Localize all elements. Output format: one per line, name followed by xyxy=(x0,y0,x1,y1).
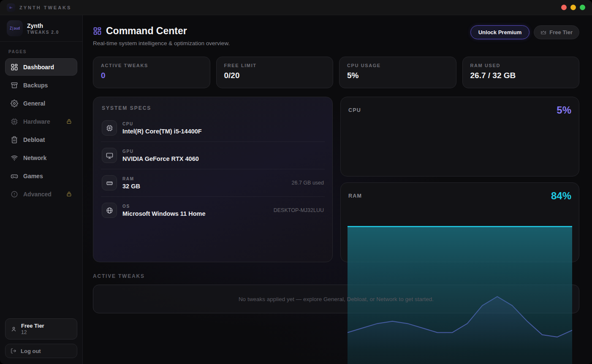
sidebar-item-label: General xyxy=(23,100,45,107)
lock-icon xyxy=(66,191,72,197)
app-logo-icon: ≡- xyxy=(7,3,15,12)
sidebar-item-label: Hardware xyxy=(23,118,50,125)
stat-label: CPU USAGE xyxy=(347,63,448,68)
account-card[interactable]: Free Tier 12 xyxy=(5,318,77,340)
sidebar-item-general[interactable]: General xyxy=(5,95,77,112)
stat-label: RAM USED xyxy=(470,63,572,68)
titlebar: ≡- ZYNTH TWEAKS xyxy=(0,0,592,15)
command-center-icon xyxy=(93,27,102,35)
main-content: Command Center Real-time system intellig… xyxy=(83,15,592,364)
spec-row-ram: RAM 32 GB 26.7 GB used xyxy=(101,169,325,197)
page-title: Command Center xyxy=(106,25,187,37)
sidebar-item-label: Games xyxy=(23,173,43,179)
sidebar-item-network[interactable]: Network xyxy=(5,149,77,166)
stat-label: FREE LIMIT xyxy=(224,63,326,68)
spec-row-cpu: CPU Intel(R) Core(TM) i5-14400F xyxy=(101,114,325,142)
sidebar-item-backups[interactable]: Backups xyxy=(5,76,77,94)
sidebar-section-label: PAGES xyxy=(8,49,74,54)
spec-value: 32 GB xyxy=(122,183,140,190)
spec-row-gpu: GPU NVIDIA GeForce RTX 4060 xyxy=(101,142,325,169)
sidebar-item-label: Network xyxy=(23,155,46,161)
brand-name: Zynth xyxy=(27,22,59,29)
account-tier-label: Free Tier xyxy=(21,323,44,329)
brand-logo-icon: Z|aud xyxy=(7,20,23,36)
lock-icon xyxy=(66,119,72,124)
app-window: ≡- ZYNTH TWEAKS Z|aud Zynth TWEAKS 2.0 P… xyxy=(0,0,592,364)
grid-icon xyxy=(11,63,18,71)
page-header: Command Center Real-time system intellig… xyxy=(93,25,579,46)
spec-value: Microsoft Windows 11 Home xyxy=(122,210,205,217)
sidebar-item-label: Backups xyxy=(23,82,48,89)
spec-label: RAM xyxy=(122,177,140,181)
sidebar-item-label: Advanced xyxy=(23,191,52,198)
close-window-button[interactable] xyxy=(561,5,567,10)
gamepad-icon xyxy=(11,172,18,180)
brand-version: TWEAKS 2.0 xyxy=(27,30,59,35)
sidebar-item-games[interactable]: Games xyxy=(5,167,77,185)
chip-icon xyxy=(11,118,18,125)
spec-label: CPU xyxy=(122,122,202,126)
crown-icon xyxy=(540,30,546,35)
logout-icon xyxy=(11,348,16,354)
monitor-icon xyxy=(102,148,117,163)
sidebar: Z|aud Zynth TWEAKS 2.0 PAGES Dashboard xyxy=(0,15,83,364)
page-subtitle: Real-time system intelligence & optimiza… xyxy=(93,40,230,46)
active-tweaks-empty-message: No tweaks applied yet — explore General,… xyxy=(239,296,434,302)
account-count: 12 xyxy=(21,329,44,335)
ram-history-chart xyxy=(348,212,572,364)
gear-icon xyxy=(11,100,18,107)
ram-panel-label: RAM xyxy=(348,193,362,199)
memory-icon xyxy=(102,175,117,190)
archive-icon xyxy=(11,81,18,89)
stat-card-cpu-usage: CPU USAGE 5% xyxy=(339,57,456,88)
logout-button[interactable]: Log out xyxy=(5,344,77,358)
sidebar-nav: Dashboard Backups General xyxy=(5,58,77,203)
alert-icon xyxy=(11,190,18,198)
spec-label: GPU xyxy=(122,149,199,154)
cpu-panel: CPU 5% xyxy=(340,97,579,177)
sidebar-item-dashboard[interactable]: Dashboard xyxy=(5,58,77,76)
system-specs-panel: SYSTEM SPECS CPU Intel(R) Core(TM) i5-14… xyxy=(93,97,333,262)
sidebar-item-debloat[interactable]: Debloat xyxy=(5,131,77,148)
wifi-icon xyxy=(11,154,18,162)
brand-header: Z|aud Zynth TWEAKS 2.0 xyxy=(0,15,82,42)
spec-value: NVIDIA GeForce RTX 4060 xyxy=(122,155,199,162)
minimize-window-button[interactable] xyxy=(570,5,576,10)
titlebar-app-name: ZYNTH TWEAKS xyxy=(19,5,71,10)
trash-icon xyxy=(11,136,18,144)
stat-card-ram-used: RAM USED 26.7 / 32 GB xyxy=(462,57,580,88)
stat-value: 26.7 / 32 GB xyxy=(470,71,572,80)
logout-label: Log out xyxy=(21,348,41,354)
stat-value: 5% xyxy=(347,71,448,80)
sidebar-item-label: Debloat xyxy=(23,136,45,143)
ram-panel: RAM 84% xyxy=(340,182,579,262)
system-specs-title: SYSTEM SPECS xyxy=(101,105,325,111)
free-tier-button[interactable]: Free Tier xyxy=(534,25,579,39)
spec-row-os: OS Microsoft Windows 11 Home DESKTOP-MJ3… xyxy=(101,197,325,224)
cpu-percent-value: 5% xyxy=(557,104,571,116)
chip-icon xyxy=(102,120,117,136)
globe-icon xyxy=(102,203,117,218)
spec-meta: 26.7 GB used xyxy=(292,180,324,186)
cpu-panel-label: CPU xyxy=(348,107,361,113)
sidebar-item-label: Dashboard xyxy=(23,64,54,71)
stat-card-active-tweaks: ACTIVE TWEAKS 0 xyxy=(93,57,210,88)
user-icon xyxy=(11,326,17,332)
stat-card-free-limit: FREE LIMIT 0/20 xyxy=(216,57,334,88)
spec-value: Intel(R) Core(TM) i5-14400F xyxy=(122,128,202,135)
sidebar-item-advanced[interactable]: Advanced xyxy=(5,185,77,203)
ram-percent-value: 84% xyxy=(551,190,571,202)
free-tier-button-label: Free Tier xyxy=(549,29,573,35)
stat-label: ACTIVE TWEAKS xyxy=(101,63,202,68)
stats-row: ACTIVE TWEAKS 0 FREE LIMIT 0/20 CPU USAG… xyxy=(93,57,579,88)
sidebar-item-hardware[interactable]: Hardware xyxy=(5,113,77,130)
unlock-premium-button[interactable]: Unlock Premium xyxy=(470,25,530,39)
stat-value: 0 xyxy=(101,71,202,80)
maximize-window-button[interactable] xyxy=(580,5,585,10)
spec-meta: DESKTOP-MJ32LUU xyxy=(274,207,324,213)
spec-label: OS xyxy=(122,204,205,209)
stat-value: 0/20 xyxy=(224,71,326,80)
